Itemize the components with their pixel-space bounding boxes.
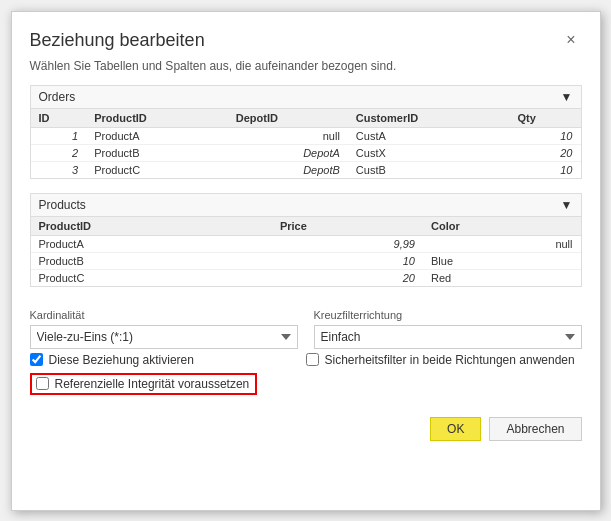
- table1-col-customerid: CustomerID: [348, 109, 510, 128]
- dialog: Beziehung bearbeiten × Wählen Sie Tabell…: [11, 11, 601, 511]
- referential-highlighted: Referenzielle Integrität voraussetzen: [30, 373, 258, 395]
- table-row: ProductC 20 Red: [31, 269, 581, 286]
- crossfilter-select[interactable]: Einfach Beide: [314, 325, 582, 349]
- right-checkboxes: Sicherheitsfilter in beide Richtungen an…: [306, 353, 582, 373]
- referential-label: Referenzielle Integrität voraussetzen: [55, 377, 250, 391]
- t1-r2-qty: 20: [510, 144, 581, 161]
- table-row: 3 ProductC DepotB CustB 10: [31, 161, 581, 178]
- crossfilter-label: Kreuzfilterrichtung: [314, 309, 582, 321]
- cardinality-label: Kardinalität: [30, 309, 298, 321]
- t2-r3-productid: ProductC: [31, 269, 272, 286]
- cardinality-select[interactable]: Viele-zu-Eins (*:1) Eins-zu-Eins (1:1) E…: [30, 325, 298, 349]
- table1-name: Orders: [39, 90, 76, 104]
- table2-col-color: Color: [423, 217, 581, 236]
- table-row: 2 ProductB DepotA CustX 20: [31, 144, 581, 161]
- left-checkboxes: Diese Beziehung aktivieren Referenzielle…: [30, 353, 306, 401]
- table1-header-row: ID ProductID DepotID CustomerID Qty: [31, 109, 581, 128]
- t1-r2-productid: ProductB: [86, 144, 228, 161]
- table2-col-price: Price: [272, 217, 423, 236]
- t2-r3-price: 20: [272, 269, 423, 286]
- t2-r2-color: Blue: [423, 252, 581, 269]
- t1-r3-qty: 10: [510, 161, 581, 178]
- table2-col-productid: ProductID: [31, 217, 272, 236]
- table2-name: Products: [39, 198, 86, 212]
- t1-r1-qty: 10: [510, 127, 581, 144]
- close-button[interactable]: ×: [560, 30, 581, 50]
- table-row: 1 ProductA null CustA 10: [31, 127, 581, 144]
- security-checkbox[interactable]: [306, 353, 319, 366]
- t2-r2-price: 10: [272, 252, 423, 269]
- t2-r3-color: Red: [423, 269, 581, 286]
- dialog-subtitle: Wählen Sie Tabellen und Spalten aus, die…: [12, 59, 600, 85]
- t1-r1-id: 1: [31, 127, 87, 144]
- referential-checkbox[interactable]: [36, 377, 49, 390]
- table2-header-row: ProductID Price Color: [31, 217, 581, 236]
- dialog-title: Beziehung bearbeiten: [30, 30, 205, 51]
- activate-row: Diese Beziehung aktivieren: [30, 353, 306, 367]
- activate-label: Diese Beziehung aktivieren: [49, 353, 194, 367]
- table2-data: ProductID Price Color ProductA 9,99 null…: [31, 217, 581, 286]
- t1-r3-depotid: DepotB: [228, 161, 348, 178]
- t2-r1-price: 9,99: [272, 235, 423, 252]
- table2-dropdown[interactable]: Products ▼: [31, 194, 581, 217]
- t1-r1-customerid: CustA: [348, 127, 510, 144]
- security-label: Sicherheitsfilter in beide Richtungen an…: [325, 353, 575, 367]
- dialog-header: Beziehung bearbeiten ×: [12, 12, 600, 59]
- t2-r1-color: null: [423, 235, 581, 252]
- t2-r1-productid: ProductA: [31, 235, 272, 252]
- t1-r1-depotid: null: [228, 127, 348, 144]
- cancel-button[interactable]: Abbrechen: [489, 417, 581, 441]
- table1-col-qty: Qty: [510, 109, 581, 128]
- checkboxes-area: Diese Beziehung aktivieren Referenzielle…: [12, 349, 600, 405]
- table1-dropdown-arrow: ▼: [561, 90, 573, 104]
- t1-r2-depotid: DepotA: [228, 144, 348, 161]
- crossfilter-group: Kreuzfilterrichtung Einfach Beide: [314, 309, 582, 349]
- activate-checkbox[interactable]: [30, 353, 43, 366]
- table1-col-depotid: DepotID: [228, 109, 348, 128]
- table-row: ProductA 9,99 null: [31, 235, 581, 252]
- t1-r3-customerid: CustB: [348, 161, 510, 178]
- table2-dropdown-arrow: ▼: [561, 198, 573, 212]
- referential-row: Referenzielle Integrität voraussetzen: [30, 373, 306, 395]
- table2-section: Products ▼ ProductID Price Color Product…: [30, 193, 582, 287]
- t1-r1-productid: ProductA: [86, 127, 228, 144]
- t2-r2-productid: ProductB: [31, 252, 272, 269]
- security-row: Sicherheitsfilter in beide Richtungen an…: [306, 353, 582, 367]
- table1-col-productid: ProductID: [86, 109, 228, 128]
- t1-r3-productid: ProductC: [86, 161, 228, 178]
- table1-col-id: ID: [31, 109, 87, 128]
- table-row: ProductB 10 Blue: [31, 252, 581, 269]
- table1-data: ID ProductID DepotID CustomerID Qty 1 Pr…: [31, 109, 581, 178]
- t1-r2-customerid: CustX: [348, 144, 510, 161]
- cardinality-group: Kardinalität Viele-zu-Eins (*:1) Eins-zu…: [30, 309, 298, 349]
- t1-r2-id: 2: [31, 144, 87, 161]
- ok-button[interactable]: OK: [430, 417, 481, 441]
- table1-dropdown[interactable]: Orders ▼: [31, 86, 581, 109]
- dialog-footer: OK Abbrechen: [12, 405, 600, 455]
- t1-r3-id: 3: [31, 161, 87, 178]
- dialog-body: Orders ▼ ID ProductID DepotID CustomerID…: [12, 85, 600, 287]
- selects-row: Kardinalität Viele-zu-Eins (*:1) Eins-zu…: [12, 301, 600, 349]
- table1-section: Orders ▼ ID ProductID DepotID CustomerID…: [30, 85, 582, 179]
